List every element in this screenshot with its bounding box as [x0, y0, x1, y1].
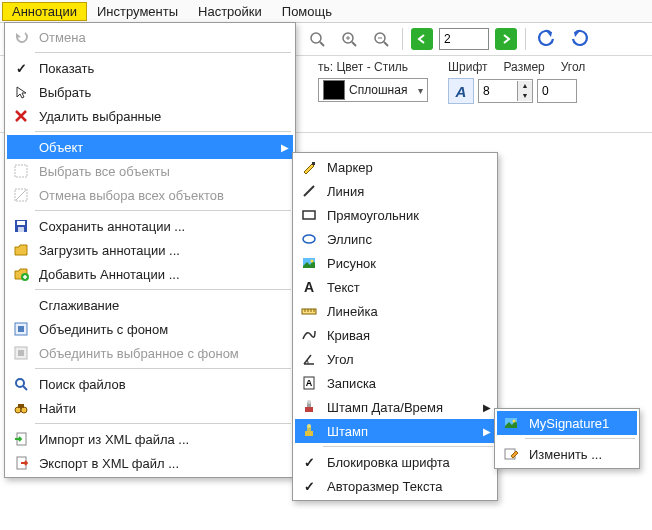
menu-delete-selected[interactable]: Удалить выбранные [7, 104, 293, 128]
menu-label: Отмена выбора всех объектов [39, 188, 224, 203]
toolbar-separator [402, 28, 403, 50]
submenu-arrow-icon: ▶ [483, 402, 491, 413]
menu-tools[interactable]: Инструменты [87, 2, 188, 21]
menu-label: Экспорт в XML файл ... [39, 456, 179, 471]
menu-label: Блокировка шрифта [327, 455, 450, 470]
menu-line[interactable]: Линия [295, 179, 495, 203]
rotate-left-icon[interactable] [534, 26, 560, 52]
menu-find[interactable]: Найти [7, 396, 293, 420]
svg-point-24 [16, 379, 24, 387]
angle-icon [299, 349, 319, 369]
menu-select[interactable]: Выбрать [7, 80, 293, 104]
menu-label: Изменить ... [529, 447, 602, 462]
menu-export-xml[interactable]: Экспорт в XML файл ... [7, 451, 293, 475]
zoom-in-icon[interactable] [336, 26, 362, 52]
zoom-actual-icon[interactable] [304, 26, 330, 52]
menu-autosize-text[interactable]: ✓Авторазмер Текста [295, 474, 495, 498]
menu-lock-font[interactable]: ✓Блокировка шрифта [295, 450, 495, 474]
undo-icon [11, 27, 31, 47]
menu-smoothing[interactable]: Сглаживание [7, 293, 293, 317]
svg-rect-28 [18, 404, 24, 408]
delete-icon [11, 106, 31, 126]
menu-rect[interactable]: Прямоугольник [295, 203, 495, 227]
svg-line-13 [16, 190, 26, 200]
menu-signature1[interactable]: MySignature1 [497, 411, 637, 435]
menu-load-annotations[interactable]: Загрузить аннотации ... [7, 238, 293, 262]
menu-text[interactable]: AТекст [295, 275, 495, 299]
menu-undo: Отмена [7, 25, 293, 49]
check-icon: ✓ [299, 476, 319, 496]
blank-icon [11, 137, 31, 157]
menu-add-annotations[interactable]: Добавить Аннотации ... [7, 262, 293, 286]
menu-show[interactable]: ✓ Показать [7, 56, 293, 80]
merge-sel-icon [11, 343, 31, 363]
menu-select-all: Выбрать все объекты [7, 159, 293, 183]
ruler-icon [299, 301, 319, 321]
menu-angle[interactable]: Угол [295, 347, 495, 371]
binoculars-icon [11, 398, 31, 418]
menu-label: Сохранить аннотации ... [39, 219, 185, 234]
prev-page-button[interactable] [411, 28, 433, 50]
merge-icon [11, 319, 31, 339]
rect-icon [299, 205, 319, 225]
angle-spinner[interactable] [537, 79, 577, 103]
menu-separator [35, 289, 291, 290]
menu-note[interactable]: AЗаписка [295, 371, 495, 395]
angle-input[interactable] [538, 84, 576, 98]
line-icon [299, 181, 319, 201]
menu-label: Импорт из XML файла ... [39, 432, 189, 447]
spin-down-icon[interactable]: ▼ [518, 91, 532, 101]
menu-label: Удалить выбранные [39, 109, 161, 124]
menu-ruler[interactable]: Линейка [295, 299, 495, 323]
menu-label: Прямоугольник [327, 208, 419, 223]
font-button[interactable]: A [448, 78, 474, 104]
cursor-icon [11, 82, 31, 102]
menu-save-annotations[interactable]: Сохранить аннотации ... [7, 214, 293, 238]
save-icon [11, 216, 31, 236]
svg-point-0 [311, 33, 321, 43]
object-submenu: Маркер Линия Прямоугольник Эллипс Рисуно… [292, 152, 498, 501]
menu-merge-bg[interactable]: Объединить с фоном [7, 317, 293, 341]
line-style-combo[interactable]: Сплошная ▾ [318, 78, 428, 102]
zoom-out-icon[interactable] [368, 26, 394, 52]
stamp-dt-icon [299, 397, 319, 417]
menu-marker[interactable]: Маркер [295, 155, 495, 179]
svg-rect-23 [18, 350, 24, 356]
menu-find-files[interactable]: Поиск файлов [7, 372, 293, 396]
menu-annotations[interactable]: Аннотации [2, 2, 87, 21]
page-number-input[interactable] [439, 28, 489, 50]
menu-object[interactable]: Объект ▶ [7, 135, 293, 159]
menu-ellipse[interactable]: Эллипс [295, 227, 495, 251]
svg-line-1 [320, 42, 324, 46]
export-icon [11, 453, 31, 473]
menu-import-xml[interactable]: Импорт из XML файла ... [7, 427, 293, 451]
menu-label: Линия [327, 184, 364, 199]
menu-separator [525, 438, 635, 439]
menu-label: Выбрать все объекты [39, 164, 170, 179]
menu-edit-stamps[interactable]: Изменить ... [497, 442, 637, 466]
menu-settings[interactable]: Настройки [188, 2, 272, 21]
svg-rect-44 [305, 407, 313, 412]
search-icon [11, 374, 31, 394]
menu-help[interactable]: Помощь [272, 2, 342, 21]
menu-label: Кривая [327, 328, 370, 343]
next-page-button[interactable] [495, 28, 517, 50]
menu-label: Показать [39, 61, 94, 76]
menu-stamp[interactable]: Штамп▶ [295, 419, 495, 443]
chevron-down-icon: ▾ [418, 85, 423, 96]
rotate-right-icon[interactable] [566, 26, 592, 52]
menu-label: Угол [327, 352, 354, 367]
size-input[interactable] [479, 84, 517, 98]
svg-rect-16 [18, 227, 24, 232]
svg-line-7 [384, 42, 388, 46]
menu-label: Поиск файлов [39, 377, 126, 392]
size-spinner[interactable]: ▲▼ [478, 79, 533, 103]
spin-up-icon[interactable]: ▲ [518, 81, 532, 91]
color-style-label: ть: Цвет - Стиль [318, 60, 428, 74]
svg-point-46 [307, 400, 311, 404]
size-label: Размер [503, 60, 544, 74]
menu-curve[interactable]: Кривая [295, 323, 495, 347]
menu-image[interactable]: Рисунок [295, 251, 495, 275]
menu-label: Объединить выбранное с фоном [39, 346, 239, 361]
menu-stamp-datetime[interactable]: Штамп Дата/Время▶ [295, 395, 495, 419]
